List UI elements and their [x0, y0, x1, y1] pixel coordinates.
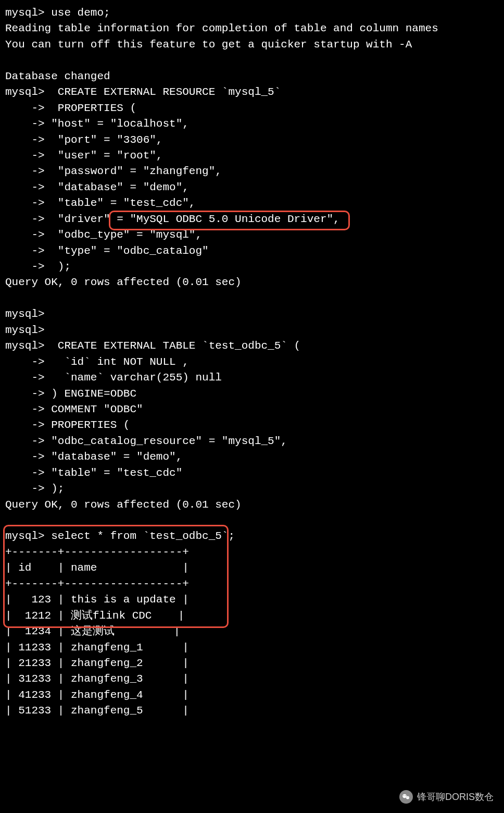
svg-point-0 [402, 794, 407, 798]
terminal-line: Database changed [5, 70, 110, 82]
terminal-line: | 51233 | zhangfeng_5 | [5, 705, 189, 717]
terminal-line: -> "port" = "3306", [5, 134, 162, 146]
terminal-line: -> `id` int NOT NULL , [5, 356, 189, 368]
terminal-line: You can turn off this feature to get a q… [5, 39, 412, 51]
terminal-line: -> COMMENT "ODBC" [5, 403, 143, 415]
terminal-line: | id | name | [5, 562, 189, 574]
terminal-line: Reading table information for completion… [5, 22, 438, 34]
watermark: 锋哥聊DORIS数仓 [399, 790, 494, 804]
svg-point-5 [408, 797, 409, 797]
terminal-line: | 31233 | zhangfeng_3 | [5, 673, 189, 685]
svg-point-2 [404, 795, 405, 796]
terminal-line: -> "driver" = "MySQL ODBC 5.0 Unicode Dr… [5, 213, 340, 225]
watermark-text: 锋哥聊DORIS数仓 [417, 790, 494, 804]
terminal-line: -> "odbc_catalog_resource" = "mysql_5", [5, 435, 287, 447]
terminal-line: mysql> select * from `test_odbc_5`; [5, 530, 235, 542]
terminal-line: | 123 | this is a update | [5, 594, 189, 606]
terminal-line: Query OK, 0 rows affected (0.01 sec) [5, 276, 242, 288]
terminal-line: +-------+------------------+ [5, 578, 189, 590]
terminal-line: -> "table" = "test_cdc", [5, 197, 195, 209]
terminal-line: -> ) ENGINE=ODBC [5, 388, 136, 400]
terminal-line: -> "host" = "localhost", [5, 118, 189, 130]
terminal-line: -> "type" = "odbc_catalog" [5, 245, 209, 257]
svg-point-4 [407, 797, 407, 797]
terminal-line: -> ); [5, 483, 64, 495]
terminal-line: -> ); [5, 261, 71, 273]
terminal-line: -> "odbc_type" = "mysql", [5, 229, 202, 241]
terminal-line: -> "database" = "demo", [5, 451, 182, 463]
terminal-line: +-------+------------------+ [5, 546, 189, 558]
terminal-line: -> "table" = "test_cdc" [5, 467, 182, 479]
terminal-line: mysql> use demo; [5, 7, 110, 19]
terminal-output[interactable]: mysql> use demo; Reading table informati… [5, 5, 499, 719]
terminal-line: -> "password" = "zhangfeng", [5, 165, 222, 177]
terminal-line: -> `name` varchar(255) null [5, 372, 222, 384]
terminal-line: | 1212 | 测试flink CDC | [5, 610, 184, 622]
terminal-line: | 11233 | zhangfeng_1 | [5, 642, 189, 654]
terminal-line: -> "user" = "root", [5, 150, 162, 162]
terminal-line: | 21233 | zhangfeng_2 | [5, 657, 189, 669]
terminal-line: | 41233 | zhangfeng_4 | [5, 689, 189, 701]
terminal-line: | 1234 | 这是测试 | [5, 625, 180, 637]
terminal-line: mysql> [5, 308, 45, 320]
wechat-icon [399, 790, 413, 804]
terminal-line: mysql> CREATE EXTERNAL RESOURCE `mysql_5… [5, 86, 281, 98]
terminal-line: mysql> [5, 324, 45, 336]
terminal-line: -> PROPERTIES ( [5, 419, 130, 431]
svg-point-1 [406, 796, 409, 799]
svg-point-3 [405, 795, 406, 796]
terminal-line: mysql> CREATE EXTERNAL TABLE `test_odbc_… [5, 340, 300, 352]
terminal-line: -> PROPERTIES ( [5, 102, 136, 114]
terminal-line: -> "database" = "demo", [5, 181, 189, 193]
terminal-line: Query OK, 0 rows affected (0.01 sec) [5, 499, 242, 511]
